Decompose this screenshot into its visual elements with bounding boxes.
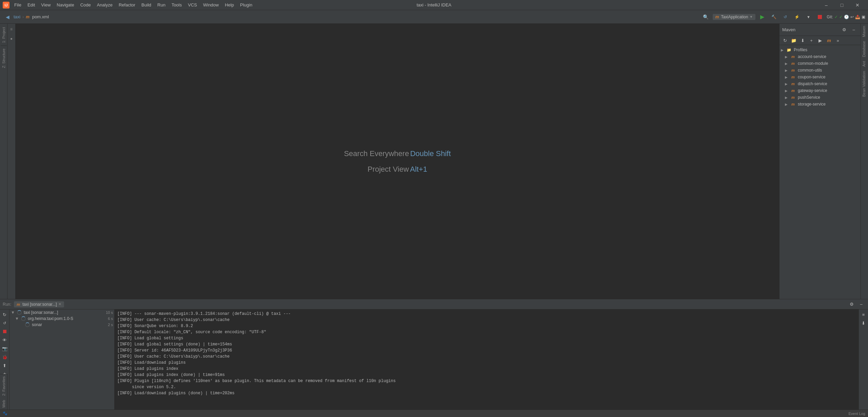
run-tab-taxi[interactable]: m taxi [sonar:sonar...] ✕: [14, 301, 64, 307]
log-line-2: [INFO] SonarQube version: 8.9.2: [117, 323, 856, 329]
common-module-maven-icon: m: [790, 61, 796, 66]
build-button[interactable]: 🔨: [769, 13, 778, 21]
menu-run[interactable]: Run: [155, 2, 168, 8]
rerun-button[interactable]: ↻: [1, 311, 9, 318]
profiles-folder-icon: 📁: [786, 47, 792, 53]
search-everywhere-button[interactable]: 🔍: [701, 13, 711, 21]
tree-item-dispatch-service[interactable]: ▶ m dispatch-service: [780, 80, 861, 87]
nav-project[interactable]: taxi: [14, 14, 20, 19]
menu-vcs[interactable]: VCS: [185, 2, 200, 8]
git-diff-icon[interactable]: ▣: [862, 15, 865, 19]
git-check1-icon[interactable]: ✓: [834, 15, 838, 19]
tree-item-common-module[interactable]: ▶ m common-module: [780, 60, 861, 67]
bean-validation-label[interactable]: Bean Validation: [861, 69, 868, 99]
menu-view[interactable]: View: [38, 2, 53, 8]
menu-tools[interactable]: Tools: [169, 2, 184, 8]
sidebar-icon-2[interactable]: ●: [7, 35, 16, 43]
close-button[interactable]: ✕: [850, 0, 865, 10]
maximize-button[interactable]: □: [834, 0, 850, 10]
menu-build[interactable]: Build: [139, 2, 154, 8]
nav-bar: ◀ taxi › m pom.xml 🔍 m TaxiApplication ▼…: [0, 10, 868, 24]
maven-add-button[interactable]: +: [807, 37, 815, 44]
chevron-storage-icon: ▶: [785, 102, 790, 106]
menu-analyze[interactable]: Analyze: [94, 2, 115, 8]
maven-icon-button[interactable]: m: [825, 37, 833, 44]
run-panel-main: ↻ ↺ 👁 📷 🐞 ⬆ ★ 📌 ▼ taxi [sonar:sonar...] …: [0, 309, 868, 417]
tree-item-profiles[interactable]: ▶ 📁 Profiles: [780, 46, 861, 53]
log-line-8: [INFO] Load/download plugins: [117, 360, 856, 366]
maven-download-button[interactable]: ⬇: [798, 37, 807, 44]
tree-item-coupon-service[interactable]: ▶ m coupon-service: [780, 74, 861, 80]
coverage-button[interactable]: ⚡: [792, 13, 802, 21]
search-hint: Search Everywhere Double Shift: [344, 149, 451, 158]
menu-edit[interactable]: Edit: [25, 2, 38, 8]
run-tree-taxi-root[interactable]: ▼ taxi [sonar:sonar...] 10 s: [9, 309, 114, 316]
nav-file[interactable]: pom.xml: [32, 14, 49, 19]
rerun-failed-button[interactable]: ↺: [1, 319, 9, 327]
menu-plugin[interactable]: Plugin: [237, 2, 255, 8]
project-icon[interactable]: 1: Project: [1, 25, 7, 45]
menu-navigate[interactable]: Navigate: [54, 2, 77, 8]
debug-button[interactable]: 🐞: [1, 353, 9, 361]
run-tree-sonar[interactable]: sonar 2 s: [9, 322, 114, 328]
run-panel-minimize-button[interactable]: –: [857, 301, 865, 308]
sidebar-icon-1[interactable]: ≡: [7, 25, 16, 33]
git-history-icon[interactable]: 🕐: [844, 15, 849, 19]
maven-refresh-button[interactable]: ↻: [781, 37, 789, 44]
pause-button[interactable]: 👁: [1, 336, 9, 344]
maven-more-button[interactable]: »: [834, 37, 842, 44]
web-label[interactable]: Web: [1, 398, 7, 410]
soft-wrap-button[interactable]: ≡: [860, 311, 868, 318]
back-button[interactable]: ◀: [3, 13, 12, 21]
maven-label[interactable]: Maven: [861, 24, 868, 39]
stop-button[interactable]: [815, 13, 825, 21]
minimize-button[interactable]: –: [818, 0, 834, 10]
database-label[interactable]: Database: [861, 39, 868, 59]
run-config-selector[interactable]: m TaxiApplication ▼: [713, 14, 756, 20]
menu-refactor[interactable]: Refactor: [116, 2, 138, 8]
maven-run-button[interactable]: ▶: [816, 37, 824, 44]
storage-maven-icon: m: [790, 101, 796, 107]
chevron-push-icon: ▶: [785, 96, 790, 99]
run-panel-settings-button[interactable]: ⚙: [848, 301, 856, 308]
structure-icon[interactable]: Z: Structure: [1, 46, 7, 70]
log-line-7: [INFO] User cache: C:\Users\baiyp\.sonar…: [117, 354, 856, 360]
tree-item-account-service[interactable]: ▶ m account-service: [780, 53, 861, 60]
menu-file[interactable]: File: [12, 2, 24, 8]
import-button[interactable]: ⬆: [1, 362, 9, 369]
git-check2-icon[interactable]: ✓: [839, 15, 843, 19]
chevron-gateway-icon: ▶: [785, 89, 790, 93]
maven-panel-header: Maven ⚙ –: [780, 24, 861, 36]
maven-folder-button[interactable]: 📁: [790, 37, 798, 44]
reload-button[interactable]: ↺: [781, 13, 790, 21]
tree-item-gateway-service[interactable]: ▶ m gateway-service: [780, 87, 861, 94]
menu-code[interactable]: Code: [78, 2, 94, 8]
log-line-5: [INFO] Load global settings (done) | tim…: [117, 341, 856, 347]
push-maven-icon: m: [790, 95, 796, 100]
git-undo-icon[interactable]: ↩: [850, 15, 854, 19]
menu-help[interactable]: Help: [222, 2, 237, 8]
snapshot-button[interactable]: 📷: [1, 345, 9, 352]
more-actions-button[interactable]: ▼: [804, 13, 813, 21]
run-tree-org-heima[interactable]: ▼ org.heima:taxi:pom:1.0-S 6 s: [9, 316, 114, 322]
maven-settings-button[interactable]: ⚙: [840, 26, 848, 34]
log-line-3: [INFO] Default locale: "zh_CN", source c…: [117, 329, 856, 335]
stop-run-button[interactable]: [1, 328, 9, 335]
favorites-label[interactable]: 2: Favorites: [1, 374, 7, 398]
run-tree: ▼ taxi [sonar:sonar...] 10 s ▼ org.heima…: [9, 309, 115, 417]
run-panel-controls: ⚙ –: [848, 301, 865, 308]
status-bar: 🐾 Event Log: [0, 410, 868, 417]
run-tab-close-icon[interactable]: ✕: [58, 302, 61, 306]
scroll-end-button[interactable]: ⬇: [860, 319, 868, 327]
run-label: Run:: [3, 302, 11, 307]
git-push-icon[interactable]: 📤: [855, 15, 860, 19]
menu-window[interactable]: Window: [200, 2, 221, 8]
tree-item-storage-service[interactable]: ▶ m storage-service: [780, 101, 861, 108]
maven-close-button[interactable]: –: [850, 26, 858, 34]
tree-item-common-utils[interactable]: ▶ m common-utils: [780, 67, 861, 74]
event-log: Event Log: [848, 412, 865, 416]
ant-label[interactable]: Ant: [861, 59, 868, 69]
run-button[interactable]: ▶: [757, 13, 767, 21]
tree-item-push-service[interactable]: ▶ m pushService: [780, 94, 861, 101]
chevron-common-utils-icon: ▶: [785, 69, 790, 72]
